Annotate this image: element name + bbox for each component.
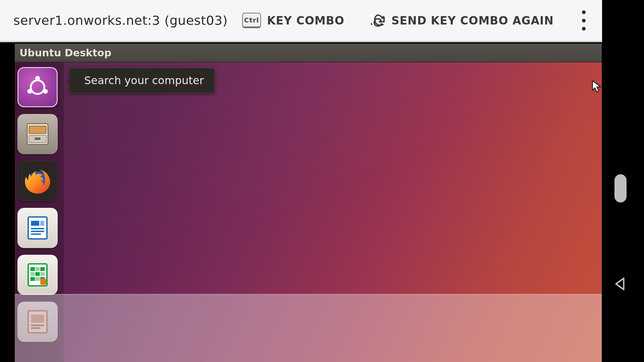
svg-rect-29 bbox=[31, 327, 40, 329]
remote-desktop-frame: Ubuntu Desktop bbox=[0, 44, 602, 362]
ubuntu-desktop[interactable]: Search your computer bbox=[15, 62, 602, 362]
dash-tooltip-text: Search your computer bbox=[84, 74, 204, 87]
calc-icon bbox=[24, 261, 51, 289]
launcher-calc[interactable] bbox=[17, 255, 58, 295]
svg-rect-18 bbox=[40, 267, 45, 271]
launcher-dash[interactable] bbox=[17, 67, 58, 107]
launcher-files[interactable] bbox=[17, 114, 58, 154]
key-combo-label: KEY COMBO bbox=[267, 14, 344, 27]
svg-point-3 bbox=[43, 89, 48, 94]
svg-rect-25 bbox=[40, 279, 46, 285]
key-combo-button[interactable]: Ctrl KEY COMBO bbox=[237, 9, 349, 32]
ubuntu-menubar: Ubuntu Desktop bbox=[15, 44, 602, 62]
svg-rect-22 bbox=[31, 277, 35, 281]
svg-rect-12 bbox=[31, 228, 44, 229]
send-key-combo-again-button[interactable]: SEND KEY COMBO AGAIN bbox=[365, 9, 558, 32]
send-again-label: SEND KEY COMBO AGAIN bbox=[391, 14, 554, 27]
svg-rect-17 bbox=[35, 267, 40, 271]
svg-rect-10 bbox=[31, 221, 39, 226]
overlay-separator bbox=[15, 294, 602, 295]
device-right-rail bbox=[602, 0, 644, 362]
overlay-fade bbox=[15, 295, 602, 362]
mouse-cursor-icon bbox=[592, 80, 602, 93]
ubuntu-menubar-title: Ubuntu Desktop bbox=[19, 47, 111, 59]
writer-icon bbox=[24, 214, 51, 242]
launcher-impress[interactable] bbox=[17, 302, 58, 342]
file-cabinet-icon bbox=[23, 120, 52, 148]
svg-rect-27 bbox=[31, 315, 44, 323]
impress-icon bbox=[24, 308, 51, 336]
svg-rect-23 bbox=[35, 277, 40, 281]
svg-point-1 bbox=[35, 76, 40, 80]
svg-rect-13 bbox=[31, 231, 44, 232]
unity-launcher bbox=[15, 62, 64, 362]
svg-rect-7 bbox=[35, 137, 40, 140]
scroll-thumb[interactable] bbox=[614, 174, 627, 202]
svg-rect-28 bbox=[31, 324, 44, 326]
refresh-icon bbox=[369, 12, 385, 28]
ctrl-key-icon: Ctrl bbox=[242, 13, 261, 28]
dash-tooltip: Search your computer bbox=[69, 68, 215, 93]
android-back-button[interactable] bbox=[613, 277, 627, 292]
svg-point-2 bbox=[28, 89, 32, 94]
launcher-firefox[interactable] bbox=[17, 161, 58, 201]
ubuntu-logo-icon bbox=[24, 74, 51, 100]
svg-rect-11 bbox=[40, 221, 44, 226]
more-menu-button[interactable] bbox=[577, 10, 590, 31]
firefox-icon bbox=[22, 165, 53, 197]
host-label: server1.onworks.net:3 (guest03) bbox=[13, 13, 228, 28]
remote-toolbar: server1.onworks.net:3 (guest03) Ctrl KEY… bbox=[0, 0, 602, 42]
svg-point-0 bbox=[31, 80, 45, 94]
launcher-writer[interactable] bbox=[17, 208, 58, 248]
svg-rect-19 bbox=[31, 272, 35, 276]
svg-rect-16 bbox=[31, 267, 35, 271]
svg-rect-5 bbox=[29, 126, 46, 133]
svg-rect-14 bbox=[31, 233, 41, 235]
svg-rect-20 bbox=[35, 272, 40, 276]
svg-rect-21 bbox=[40, 272, 45, 276]
